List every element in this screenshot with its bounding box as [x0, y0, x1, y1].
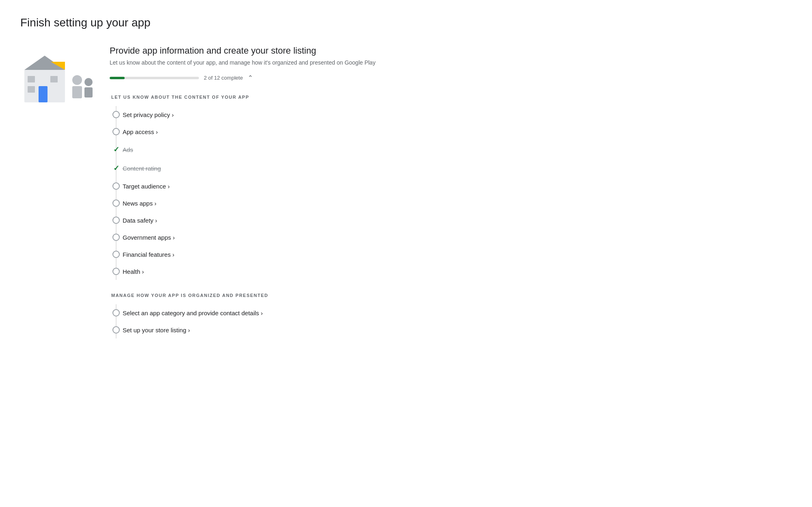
circle-icon	[112, 182, 120, 190]
list-item[interactable]: Target audience ›	[110, 178, 792, 195]
circle-icon	[112, 111, 120, 118]
svg-point-9	[84, 78, 93, 86]
list-item[interactable]: Set up your store listing ›	[110, 321, 792, 338]
list-item[interactable]: ✓ Ads	[110, 140, 792, 159]
svg-rect-8	[72, 86, 82, 98]
item-indicator-app-access	[110, 128, 123, 135]
item-indicator-app-category	[110, 309, 123, 316]
svg-rect-10	[84, 87, 93, 98]
item-indicator-health	[110, 268, 123, 275]
check-icon: ✓	[113, 164, 119, 173]
svg-rect-4	[28, 76, 35, 82]
circle-icon	[112, 326, 120, 334]
item-label-privacy-policy: Set privacy policy ›	[123, 111, 174, 118]
item-label-content-rating: Content rating	[123, 165, 161, 172]
item-label-health: Health ›	[123, 268, 144, 275]
item-label-data-safety: Data safety ›	[123, 217, 157, 224]
svg-rect-5	[28, 86, 35, 93]
item-label-target-audience: Target audience ›	[123, 183, 170, 190]
card-subtitle: Let us know about the content of your ap…	[110, 59, 792, 66]
item-label-store-listing: Set up your store listing ›	[123, 327, 190, 334]
item-indicator-content-rating: ✓	[110, 164, 123, 173]
item-indicator-privacy-policy	[110, 111, 123, 118]
list-item[interactable]: Select an app category and provide conta…	[110, 304, 792, 321]
item-indicator-government-apps	[110, 234, 123, 241]
card-heading: Provide app information and create your …	[110, 46, 792, 56]
svg-rect-3	[39, 86, 48, 102]
item-indicator-data-safety	[110, 217, 123, 224]
item-indicator-news-apps	[110, 199, 123, 207]
list-item[interactable]: Set privacy policy ›	[110, 106, 792, 123]
page-title: Finish setting up your app	[20, 16, 792, 29]
item-indicator-store-listing	[110, 326, 123, 334]
check-icon: ✓	[113, 145, 119, 154]
list-item[interactable]: Data safety ›	[110, 212, 792, 229]
progress-text: 2 of 12 complete	[204, 75, 243, 81]
item-indicator-ads: ✓	[110, 145, 123, 154]
list-item[interactable]: Government apps ›	[110, 229, 792, 246]
item-indicator-financial-features	[110, 251, 123, 258]
circle-icon	[112, 217, 120, 224]
item-label-app-access: App access ›	[123, 128, 158, 135]
app-illustration	[20, 50, 93, 106]
item-label-government-apps: Government apps ›	[123, 234, 175, 241]
circle-icon	[112, 251, 120, 258]
list-item[interactable]: ✓ Content rating	[110, 159, 792, 178]
item-label-app-category: Select an app category and provide conta…	[123, 310, 263, 316]
item-label-news-apps: News apps ›	[123, 200, 156, 207]
item-label-financial-features: Financial features ›	[123, 251, 175, 258]
manage-section-header: MANAGE HOW YOUR APP IS ORGANIZED AND PRE…	[110, 293, 792, 298]
content-checklist: Set privacy policy › App access › ✓ Ads	[110, 106, 792, 280]
item-indicator-target-audience	[110, 182, 123, 190]
progress-row: 2 of 12 complete ⌃	[110, 74, 792, 82]
circle-icon	[112, 234, 120, 241]
circle-icon	[112, 268, 120, 275]
progress-bar-fill	[110, 77, 125, 79]
manage-checklist: Select an app category and provide conta…	[110, 304, 792, 338]
circle-icon	[112, 128, 120, 135]
svg-rect-6	[50, 76, 58, 82]
progress-bar-container	[110, 77, 199, 79]
list-item[interactable]: App access ›	[110, 123, 792, 140]
list-item[interactable]: Health ›	[110, 263, 792, 280]
manage-section: MANAGE HOW YOUR APP IS ORGANIZED AND PRE…	[110, 293, 792, 338]
content-section-header: LET US KNOW ABOUT THE CONTENT OF YOUR AP…	[110, 95, 792, 100]
item-label-ads: Ads	[123, 146, 133, 153]
content-section: LET US KNOW ABOUT THE CONTENT OF YOUR AP…	[110, 95, 792, 280]
circle-icon	[112, 199, 120, 207]
list-item[interactable]: Financial features ›	[110, 246, 792, 263]
svg-point-7	[72, 75, 82, 85]
list-item[interactable]: News apps ›	[110, 195, 792, 212]
circle-icon	[112, 309, 120, 316]
progress-chevron-icon[interactable]: ⌃	[248, 74, 253, 82]
